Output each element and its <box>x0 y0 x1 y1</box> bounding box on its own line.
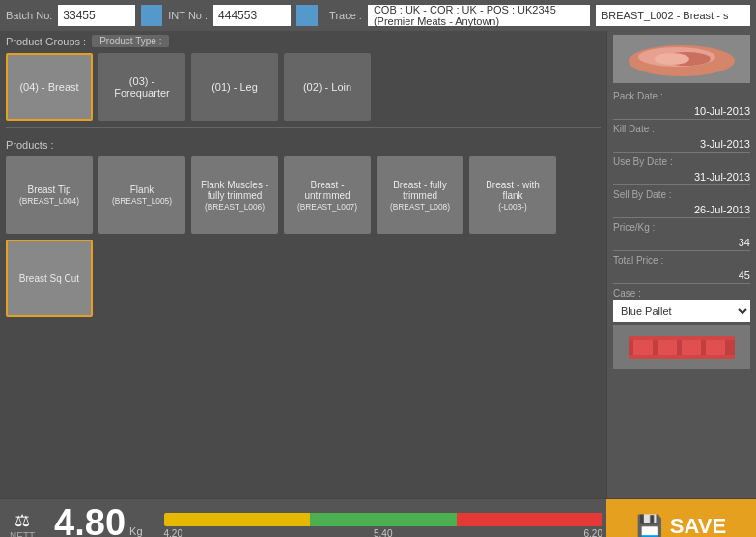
products-label: Products : <box>6 139 54 151</box>
use-by-label: Use By Date : <box>613 156 750 167</box>
weight-unit: Kg 1.20 <box>129 525 150 538</box>
use-by-value: 31-Jul-2013 <box>613 171 750 185</box>
progress-labels: 4.20 5.40 6.20 <box>164 528 603 537</box>
products-grid: Breast Tip(BREAST_L004) Flank(BREAST_L00… <box>6 156 601 317</box>
batch-input[interactable] <box>58 5 135 26</box>
svg-point-3 <box>655 53 689 65</box>
case-select[interactable]: Blue Pallet <box>613 300 750 322</box>
kill-date-label: Kill Date : <box>613 124 750 134</box>
batch-blue-button[interactable] <box>141 5 162 26</box>
group-tile-leg[interactable]: (01) - Leg <box>191 53 278 121</box>
batch-label: Batch No: <box>6 10 52 21</box>
progress-green <box>310 513 457 526</box>
trace-value: COB : UK - COR : UK - POS : UK2345 (Prem… <box>368 5 590 26</box>
right-panel: Pack Date : 10-Jul-2013 Kill Date : 3-Ju… <box>606 31 756 498</box>
save-button[interactable]: 💾 SAVE <box>606 499 756 538</box>
svg-rect-9 <box>629 336 735 340</box>
groups-label: Product Groups : <box>6 36 86 47</box>
divider <box>6 127 601 128</box>
int-label: INT No : <box>168 10 208 21</box>
kill-date-value: 3-Jul-2013 <box>613 138 750 153</box>
save-icon: 💾 <box>636 514 662 538</box>
nett-label: NETT <box>10 531 35 537</box>
weight-display: ⚖ NETT <box>0 510 44 537</box>
int-input[interactable] <box>213 5 291 26</box>
scale-icon: ⚖ <box>14 510 30 531</box>
product-image <box>613 35 750 83</box>
svg-rect-8 <box>706 340 725 355</box>
price-kg-label: Price/Kg : <box>613 222 750 233</box>
price-kg-value: 34 <box>613 237 750 251</box>
case-container: Case : Blue Pallet <box>613 288 750 369</box>
products-header: Products : <box>6 139 601 151</box>
int-blue-button[interactable] <box>296 5 318 26</box>
total-price-label: Total Price : <box>613 255 750 266</box>
progress-red <box>457 513 603 526</box>
svg-rect-5 <box>633 340 653 355</box>
weight-value: 4.80 <box>54 504 126 538</box>
save-label: SAVE <box>670 514 726 538</box>
case-label: Case : <box>613 288 750 298</box>
product-tile-breast-untrimmed[interactable]: Breast - untrimmed(BREAST_L007) <box>284 156 371 234</box>
pack-date-value: 10-Jul-2013 <box>613 105 750 120</box>
group-tile-loin[interactable]: (02) - Loin <box>284 53 371 121</box>
svg-rect-10 <box>629 355 735 359</box>
product-tile-flank[interactable]: Flank(BREAST_L005) <box>98 156 185 234</box>
pack-date-label: Pack Date : <box>613 91 750 101</box>
group-tile-breast[interactable]: (04) - Breast <box>6 53 93 121</box>
svg-rect-6 <box>658 340 677 355</box>
weight-value-area: 4.80 Kg 1.20 <box>44 504 159 538</box>
product-type-tab[interactable]: Product Type : <box>92 35 169 47</box>
bottom-weight-bar: ⚖ NETT 4.80 Kg 1.20 4.20 5.40 6.20 💾 SAV… <box>0 498 756 537</box>
total-price-value: 45 <box>613 269 750 284</box>
product-tile-breast-with-flank[interactable]: Breast - with flank(-L003-) <box>469 156 556 234</box>
progress-yellow <box>164 513 311 526</box>
product-groups-grid: (04) - Breast (03) - Forequarter (01) - … <box>6 53 601 121</box>
group-tile-forequarter[interactable]: (03) - Forequarter <box>98 53 185 121</box>
product-tile-breast-sq-cut[interactable]: Breast Sq Cut <box>6 240 93 317</box>
product-name: BREAST_L002 - Breast - s <box>596 5 750 26</box>
product-tile-flank-muscles[interactable]: Flank Muscles - fully trimmed(BREAST_L00… <box>191 156 278 234</box>
product-tile-breast-fully-trimmed[interactable]: Breast - fully trimmed(BREAST_L008) <box>377 156 463 234</box>
progress-bar <box>164 513 603 526</box>
groups-header: Product Groups : Product Type : <box>6 35 601 47</box>
sell-by-label: Sell By Date : <box>613 189 750 200</box>
top-bar: Batch No: INT No : Trace : COB : UK - CO… <box>0 0 756 31</box>
case-image <box>613 325 750 369</box>
trace-label: Trace : <box>329 10 362 21</box>
left-panel: Product Groups : Product Type : (04) - B… <box>0 31 606 498</box>
product-tile-breast-tip[interactable]: Breast Tip(BREAST_L004) <box>6 156 93 234</box>
svg-rect-7 <box>682 340 701 355</box>
weight-bar-section: 4.20 5.40 6.20 <box>160 513 607 537</box>
sell-by-value: 26-Jul-2013 <box>613 204 750 218</box>
main-layout: Product Groups : Product Type : (04) - B… <box>0 31 756 498</box>
